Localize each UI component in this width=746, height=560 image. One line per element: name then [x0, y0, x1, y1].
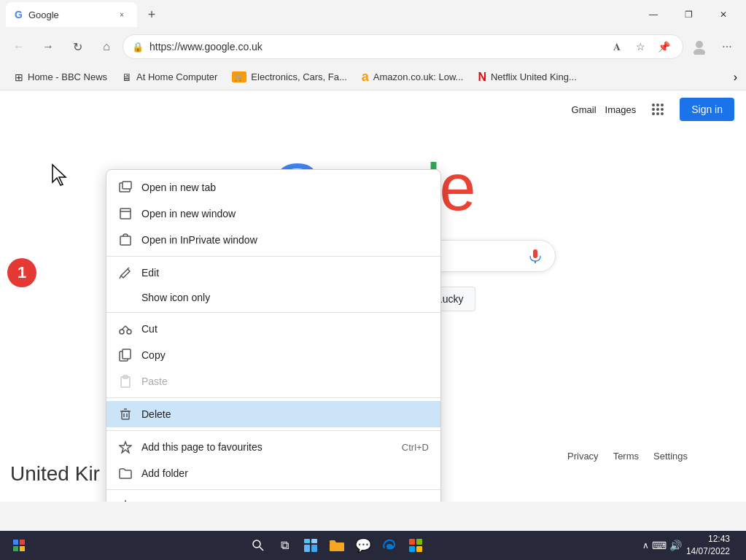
sign-in-button[interactable]: Sign in	[680, 98, 734, 121]
bookmark-home-bbc[interactable]: ⊞ Home - BBC News	[9, 69, 113, 86]
profile-button[interactable]	[686, 34, 712, 60]
menu-item-edit[interactable]: Edit	[106, 260, 440, 286]
copy-icon	[118, 348, 133, 362]
terms-link[interactable]: Terms	[613, 451, 639, 462]
new-tab-button[interactable]: +	[140, 3, 163, 26]
svg-point-10	[661, 112, 664, 115]
taskbar-keyboard-icon[interactable]: ⌨	[652, 540, 667, 551]
inprivate-icon	[119, 233, 132, 246]
taskbar-store-button[interactable]	[404, 534, 427, 557]
nav-actions: ···	[686, 34, 740, 60]
paste-icon	[118, 374, 133, 389]
settings-link[interactable]: Settings	[653, 451, 688, 462]
favourites-button[interactable]: ☆	[630, 36, 650, 57]
home-button[interactable]: ⌂	[93, 34, 120, 60]
forward-button[interactable]: →	[35, 34, 61, 60]
svg-marker-37	[120, 442, 131, 453]
menu-item-open-new-tab[interactable]: Open in new tab	[106, 174, 440, 201]
taskbar-search-icon	[252, 539, 265, 552]
bookmarks-overflow[interactable]: ›	[734, 71, 737, 84]
address-bar[interactable]: 🔒 https://www.google.co.uk 𝐀 ☆ 📌	[123, 34, 683, 59]
copy-label: Copy	[141, 349, 166, 361]
images-link[interactable]: Images	[605, 104, 637, 115]
new-tab-icon	[119, 181, 132, 194]
collections-button[interactable]: 📌	[653, 36, 674, 57]
menu-item-open-new-window[interactable]: Open in new window	[106, 201, 440, 227]
taskbar-chevron-icon[interactable]: ∧	[642, 540, 649, 551]
svg-point-24	[120, 330, 124, 334]
minimize-button[interactable]: —	[637, 3, 670, 26]
svg-point-7	[661, 108, 664, 111]
cut-label: Cut	[141, 323, 158, 335]
menu-divider-5	[106, 489, 440, 490]
bookmark-icon-amazon: a	[362, 69, 369, 85]
svg-rect-47	[311, 539, 317, 543]
svg-rect-29	[123, 349, 131, 359]
svg-line-26	[122, 326, 125, 330]
refresh-button[interactable]: ↻	[64, 34, 90, 60]
menu-item-copy[interactable]: Copy	[106, 342, 440, 368]
bookmark-amazon[interactable]: a Amazon.co.uk: Low...	[356, 66, 470, 88]
menu-item-add-folder[interactable]: Add folder	[106, 460, 440, 486]
tab-title: Google	[28, 9, 59, 20]
menu-item-cut[interactable]: Cut	[106, 316, 440, 342]
lucky-text: ucky	[443, 293, 464, 305]
taskbar-volume-icon[interactable]: 🔊	[669, 540, 682, 551]
tab-close-button[interactable]: ×	[115, 8, 128, 21]
privacy-link[interactable]: Privacy	[567, 451, 599, 462]
bookmark-at-home-computer[interactable]: 🖥 At Home Computer	[116, 69, 223, 86]
svg-rect-53	[409, 546, 415, 552]
taskbar-sys-icons: ∧ ⌨ 🔊	[642, 540, 682, 551]
menu-item-add-favourites[interactable]: Add this page to favourites Ctrl+D	[106, 434, 440, 460]
taskbar-teams-button[interactable]: 💬	[351, 534, 375, 557]
bookmark-icon-computer: 🖥	[122, 71, 132, 83]
close-button[interactable]: ✕	[707, 3, 740, 26]
svg-line-45	[260, 547, 263, 551]
menu-item-show-icon-only[interactable]: Show icon only	[106, 286, 440, 309]
pencil-icon	[119, 266, 132, 279]
menu-item-delete[interactable]: Delete	[106, 401, 440, 427]
svg-rect-21	[120, 236, 131, 245]
menu-divider-2	[106, 312, 440, 313]
menu-item-paste[interactable]: Paste	[106, 368, 440, 394]
taskbar-taskview-button[interactable]: ⧉	[273, 534, 296, 557]
svg-rect-42	[13, 546, 18, 551]
microphone-icon[interactable]	[527, 248, 543, 264]
taskbar-clock[interactable]: 12:43 14/07/2022	[686, 533, 730, 558]
show-favourites-bar-label: Show favourites bar	[141, 500, 232, 502]
start-button[interactable]	[6, 532, 32, 559]
paste-label: Paste	[141, 376, 168, 387]
svg-rect-50	[330, 542, 344, 551]
delete-label: Delete	[141, 408, 171, 420]
bookmark-netflix[interactable]: N Netflix United King...	[472, 68, 582, 87]
read-aloud-button[interactable]: 𝐀	[607, 36, 627, 57]
file-explorer-icon	[329, 539, 345, 552]
bookmark-electronics[interactable]: 🛒 Electronics, Cars, Fa...	[226, 69, 352, 85]
taskbar-search-button[interactable]	[246, 534, 270, 557]
menu-item-show-favourites-bar[interactable]: Show favourites bar Ctrl+Shift+B ›	[106, 493, 440, 502]
uk-text: United Kir	[10, 462, 100, 486]
svg-point-1	[693, 49, 705, 55]
show-icon-only-label: Show icon only	[141, 292, 210, 303]
menu-item-open-inprivate[interactable]: Open in InPrivate window	[106, 227, 440, 253]
more-menu-button[interactable]: ···	[714, 34, 740, 60]
maximize-button[interactable]: ❐	[672, 3, 705, 26]
gmail-link[interactable]: Gmail	[572, 104, 597, 115]
browser-tab[interactable]: G Google ×	[6, 2, 137, 27]
taskbar-widgets-button[interactable]	[299, 534, 322, 557]
edit-icon	[118, 265, 133, 280]
svg-rect-40	[13, 540, 18, 545]
add-favourites-label: Add this page to favourites	[141, 441, 263, 453]
taskbar-date-value: 14/07/2022	[686, 545, 730, 558]
svg-point-6	[656, 108, 659, 111]
svg-rect-48	[304, 545, 310, 552]
taskbar-center: ⧉ 💬	[35, 534, 640, 557]
taskbar-file-explorer-button[interactable]	[325, 534, 349, 557]
back-button[interactable]: ←	[6, 34, 32, 60]
bookmark-label-home-bbc: Home - BBC News	[28, 71, 107, 82]
taskbar-edge-button[interactable]	[378, 534, 401, 557]
svg-rect-54	[416, 546, 422, 552]
svg-rect-41	[20, 540, 25, 545]
svg-rect-32	[122, 411, 129, 419]
google-apps-button[interactable]	[645, 96, 671, 122]
